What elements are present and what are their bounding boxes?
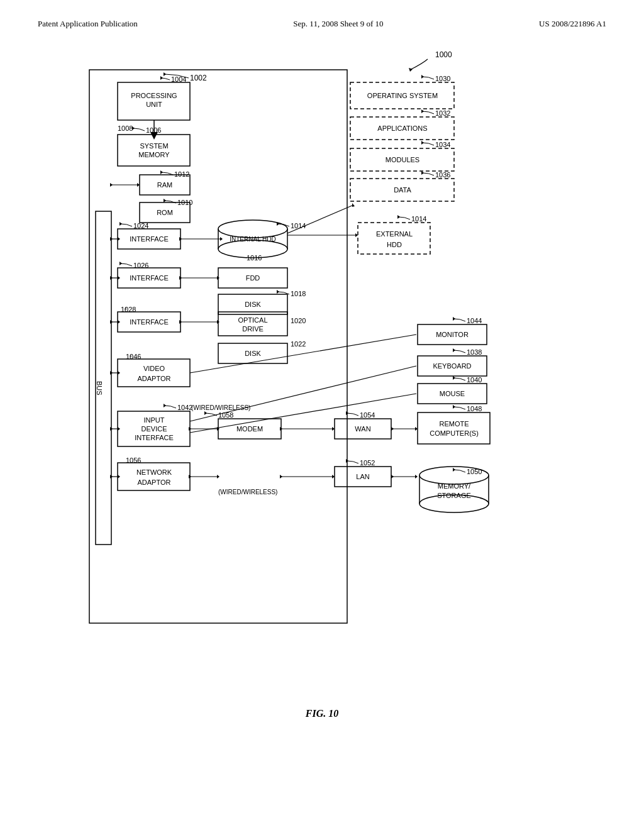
label-1056: 1056	[126, 456, 141, 464]
applications-label: APPLICATIONS	[377, 124, 427, 132]
label-wired-wireless: (WIRED/WIRELESS)	[191, 404, 250, 411]
label-1026: 1026	[133, 262, 148, 269]
label-1024: 1024	[133, 222, 148, 230]
remote-computers-label2: COMPUTER(S)	[430, 429, 479, 437]
svg-marker-34	[118, 276, 120, 280]
svg-marker-78	[391, 475, 394, 479]
svg-rect-88	[418, 412, 490, 444]
svg-marker-115	[453, 376, 455, 380]
svg-marker-15	[164, 199, 166, 202]
svg-marker-23	[220, 237, 223, 241]
keyboard-label: KEYBOARD	[433, 362, 471, 370]
optical-drive-label: OPTICAL	[238, 316, 267, 324]
svg-marker-79	[415, 475, 418, 479]
optical-drive-label2: DRIVE	[242, 325, 264, 333]
input-device-interface-label2: DEVICE	[142, 425, 167, 433]
interface-1026-label: INTERFACE	[130, 274, 169, 282]
mouse-label: MOUSE	[440, 390, 465, 397]
modules-label: MODULES	[386, 156, 419, 163]
label-1034: 1034	[435, 141, 450, 148]
system-memory-label: SYSTEM	[140, 142, 168, 150]
label-1008: 1008	[118, 124, 133, 132]
video-adaptor-label: VIDEO	[143, 365, 165, 372]
svg-marker-100	[421, 141, 424, 145]
label-1012: 1012	[174, 170, 189, 178]
page-header: Patent Application Publication Sep. 11, …	[38, 19, 606, 29]
header-center: Sep. 11, 2008 Sheet 9 of 10	[293, 19, 383, 29]
svg-marker-86	[391, 427, 394, 431]
monitor-label: MONITOR	[436, 331, 469, 338]
label-1052: 1052	[360, 459, 375, 467]
fdd-label: FDD	[246, 274, 260, 282]
svg-rect-3	[96, 211, 111, 545]
interface-1028-label: INTERFACE	[130, 318, 169, 326]
svg-marker-41	[277, 290, 279, 294]
network-adaptor-label: NETWORK	[136, 468, 172, 476]
label-1038: 1038	[467, 348, 482, 356]
svg-marker-5	[160, 76, 163, 80]
label-1000: 1000	[435, 50, 452, 59]
interface-1024-label: INTERFACE	[130, 235, 169, 243]
label-1054: 1054	[360, 411, 375, 419]
label-1040: 1040	[467, 376, 482, 384]
svg-marker-11	[110, 183, 113, 187]
memory-storage-label2: STORAGE	[437, 492, 471, 499]
svg-marker-71	[217, 475, 219, 479]
rom-label: ROM	[157, 209, 173, 216]
header-left: Patent Application Publication	[38, 19, 138, 29]
label-1028: 1028	[121, 306, 136, 313]
svg-marker-20	[119, 222, 122, 226]
svg-marker-113	[453, 348, 455, 352]
svg-marker-45	[118, 320, 120, 324]
svg-marker-96	[421, 75, 424, 79]
system-memory-label2: MEMORY	[138, 151, 170, 158]
svg-rect-51	[118, 359, 190, 387]
svg-marker-68	[118, 475, 120, 479]
diagram-svg: 1000 1002 BUS PROCESSING UNIT 1004 1006	[52, 35, 592, 695]
svg-marker-89	[453, 405, 455, 409]
data-label: DATA	[394, 186, 411, 194]
page: Patent Application Publication Sep. 11, …	[0, 0, 644, 830]
svg-marker-13	[160, 170, 163, 174]
wan-label: WAN	[355, 425, 370, 433]
external-hdd-label: EXTERNAL	[376, 230, 413, 238]
ram-label: RAM	[157, 181, 172, 189]
os-label: OPERATING SYSTEM	[367, 92, 438, 99]
video-adaptor-label2: ADAPTOR	[138, 375, 171, 382]
input-device-interface-label: INPUT	[144, 416, 165, 424]
internal-hdd-label: INTERNAL HDD	[230, 236, 276, 243]
modem-label: MODEM	[236, 425, 263, 433]
lan-label: LAN	[356, 473, 369, 480]
bus-label: BUS	[96, 381, 103, 396]
label-1030: 1030	[435, 75, 450, 82]
label-1020: 1020	[291, 317, 306, 324]
external-hdd-label2: HDD	[387, 241, 402, 248]
svg-marker-98	[421, 109, 424, 113]
svg-marker-76	[280, 475, 282, 479]
header-right: US 2008/221896 A1	[539, 19, 606, 29]
svg-rect-65	[118, 463, 190, 490]
processing-unit-label2: UNIT	[146, 101, 162, 108]
svg-marker-35	[119, 262, 122, 265]
label-1018: 1018	[291, 290, 306, 297]
svg-marker-2	[164, 72, 166, 76]
svg-marker-108	[453, 317, 455, 321]
label-1006: 1006	[146, 126, 161, 134]
svg-marker-30	[352, 203, 355, 207]
svg-line-29	[287, 205, 353, 233]
label-1046: 1046	[126, 353, 141, 360]
label-1048: 1048	[467, 405, 482, 412]
processing-unit-label: PROCESSING	[131, 92, 177, 99]
svg-marker-64	[204, 411, 207, 415]
memory-storage-label: MEMORY/	[438, 482, 471, 490]
label-1022: 1022	[291, 340, 306, 348]
label-1032: 1032	[435, 109, 450, 117]
diagram-area: 1000 1002 BUS PROCESSING UNIT 1004 1006	[52, 35, 592, 695]
disk-1022-label: DISK	[245, 350, 261, 357]
figure-caption: FIG. 10	[38, 708, 606, 719]
svg-marker-54	[118, 371, 120, 375]
label-wired-wireless-bottom: (WIRED/WIRELESS)	[218, 489, 277, 495]
svg-rect-8	[118, 135, 190, 166]
label-1010: 1010	[177, 199, 192, 206]
svg-marker-19	[118, 237, 120, 241]
